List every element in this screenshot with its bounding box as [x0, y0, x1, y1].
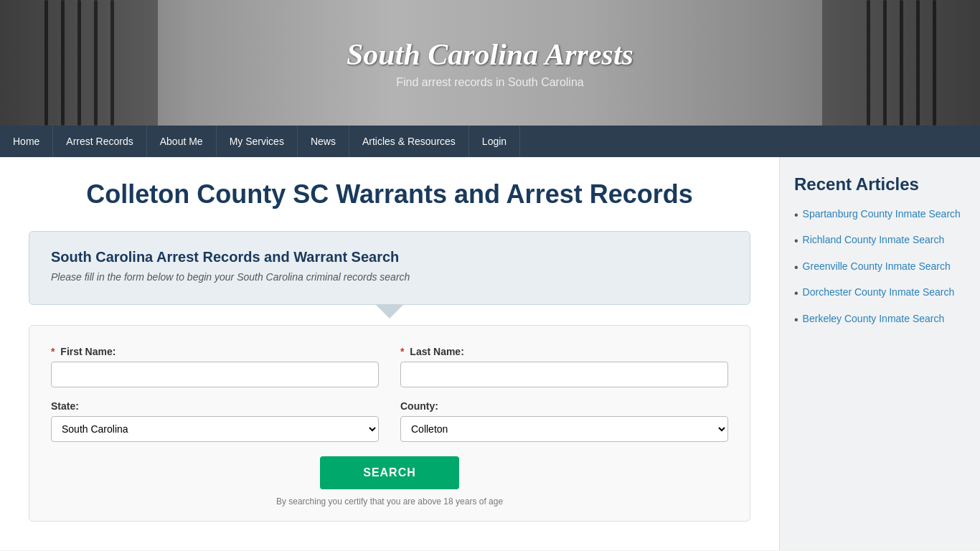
- form-note: By searching you certify that you are ab…: [51, 496, 728, 507]
- bullet-icon: •: [794, 207, 798, 223]
- list-item: • Greenville County Inmate Search: [794, 260, 966, 276]
- search-info-box: South Carolina Arrest Records and Warran…: [29, 231, 750, 305]
- bullet-icon: •: [794, 312, 798, 328]
- nav-item-arrest-records[interactable]: Arrest Records: [53, 126, 146, 157]
- first-name-label: * First Name:: [51, 346, 379, 357]
- list-item: • Richland County Inmate Search: [794, 233, 966, 249]
- bar-line: [916, 0, 920, 126]
- site-title: South Carolina Arrests: [347, 37, 633, 72]
- main-nav: Home Arrest Records About Me My Services…: [0, 126, 980, 157]
- hero-text: South Carolina Arrests Find arrest recor…: [347, 37, 633, 89]
- main-content: Colleton County SC Warrants and Arrest R…: [0, 157, 779, 550]
- bullet-icon: •: [794, 260, 798, 276]
- required-star-firstname: *: [51, 346, 55, 357]
- sidebar: Recent Articles • Spartanburg County Inm…: [779, 157, 980, 550]
- hero-section: South Carolina Arrests Find arrest recor…: [0, 0, 980, 126]
- nav-item-login[interactable]: Login: [469, 126, 520, 157]
- recent-articles-list: • Spartanburg County Inmate Search • Ric…: [794, 207, 966, 328]
- sidebar-link-spartanburg[interactable]: Spartanburg County Inmate Search: [803, 207, 961, 222]
- nav-item-my-services[interactable]: My Services: [217, 126, 298, 157]
- bar-line: [900, 0, 903, 126]
- form-group-county: County: Colleton: [400, 400, 728, 442]
- bar-line: [867, 0, 870, 126]
- page-title: Colleton County SC Warrants and Arrest R…: [29, 179, 750, 209]
- site-subtitle: Find arrest records in South Carolina: [347, 76, 633, 89]
- state-label: State:: [51, 400, 379, 412]
- bullet-icon: •: [794, 233, 798, 249]
- bar-line: [77, 0, 81, 126]
- county-select[interactable]: Colleton: [400, 416, 728, 442]
- list-item: • Berkeley County Inmate Search: [794, 312, 966, 328]
- last-name-input[interactable]: [400, 362, 728, 387]
- county-label: County:: [400, 400, 728, 412]
- bar-line: [883, 0, 887, 126]
- bullet-icon: •: [794, 286, 798, 301]
- search-box-subtitle: Please fill in the form below to begin y…: [51, 271, 728, 283]
- nav-item-articles[interactable]: Articles & Resources: [349, 126, 469, 157]
- required-star-lastname: *: [400, 346, 404, 357]
- bar-line: [61, 0, 65, 126]
- bar-line: [44, 0, 48, 126]
- nav-item-news[interactable]: News: [298, 126, 349, 157]
- last-name-label: * Last Name:: [400, 346, 728, 357]
- sidebar-link-greenville[interactable]: Greenville County Inmate Search: [803, 260, 951, 274]
- sidebar-title: Recent Articles: [794, 174, 966, 194]
- list-item: • Dorchester County Inmate Search: [794, 286, 966, 301]
- state-select[interactable]: South Carolina: [51, 416, 379, 442]
- bar-line: [94, 0, 98, 126]
- search-button[interactable]: SEARCH: [320, 456, 459, 489]
- search-form: * First Name: * Last Name: State:: [29, 325, 750, 522]
- sidebar-link-richland[interactable]: Richland County Inmate Search: [803, 233, 945, 248]
- hero-bar-right: [822, 0, 980, 126]
- form-row-names: * First Name: * Last Name:: [51, 346, 728, 387]
- bar-line: [933, 0, 936, 126]
- nav-item-home[interactable]: Home: [0, 126, 53, 157]
- first-name-input[interactable]: [51, 362, 379, 387]
- list-item: • Spartanburg County Inmate Search: [794, 207, 966, 223]
- form-group-state: State: South Carolina: [51, 400, 379, 442]
- sidebar-link-dorchester[interactable]: Dorchester County Inmate Search: [803, 286, 955, 300]
- hero-bar-left: [0, 0, 158, 126]
- bar-lines-left: [44, 0, 114, 126]
- form-group-lastname: * Last Name:: [400, 346, 728, 387]
- nav-item-about-me[interactable]: About Me: [147, 126, 217, 157]
- main-layout: Colleton County SC Warrants and Arrest R…: [0, 157, 980, 550]
- bar-line: [110, 0, 114, 126]
- search-box-title: South Carolina Arrest Records and Warran…: [51, 249, 728, 265]
- sidebar-link-berkeley[interactable]: Berkeley County Inmate Search: [803, 312, 945, 326]
- form-row-location: State: South Carolina County: Colleton: [51, 400, 728, 442]
- form-group-firstname: * First Name:: [51, 346, 379, 387]
- bar-lines-right: [867, 0, 936, 126]
